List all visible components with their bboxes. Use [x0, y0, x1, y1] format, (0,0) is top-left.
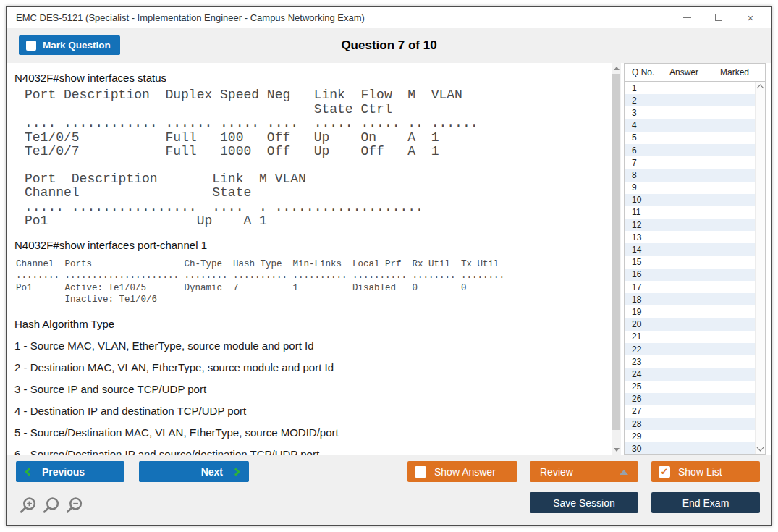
close-icon: × [748, 12, 754, 24]
question-number: 5 [632, 132, 637, 143]
scroll-down-arrow-icon[interactable] [612, 444, 621, 455]
question-number: 22 [632, 345, 641, 355]
show-answer-checkbox[interactable] [415, 466, 426, 478]
close-button[interactable]: × [735, 7, 766, 28]
question-rows: 1234567891011121314151617181920212223242… [625, 82, 755, 454]
next-button[interactable]: Next [139, 461, 249, 482]
question-row[interactable]: 12 [625, 219, 755, 231]
question-number: 16 [632, 269, 641, 279]
question-row[interactable]: 8 [625, 169, 755, 181]
cli-command-2: N4032F#show interfaces port-channel 1 [14, 239, 612, 251]
question-row[interactable]: 17 [625, 281, 755, 293]
port-channel-summary-table: Port Description Link M VLAN Channel Sta… [25, 172, 612, 229]
question-row[interactable]: 4 [625, 119, 755, 132]
question-row[interactable]: 6 [625, 144, 755, 156]
question-row[interactable]: 20 [625, 318, 755, 331]
review-button[interactable]: Review [530, 461, 638, 482]
question-row[interactable]: 10 [625, 194, 755, 206]
interfaces-status-table: Port Description Duplex Speed Neg Link F… [25, 88, 612, 159]
show-list-checkbox[interactable]: ✓ [659, 466, 670, 478]
question-row[interactable]: 16 [625, 269, 755, 281]
previous-button[interactable]: Previous [16, 461, 124, 482]
question-row[interactable]: 27 [625, 405, 755, 418]
question-list-panel: Q No. Answer Marked 12345678910111213141… [624, 63, 766, 455]
column-answer: Answer [669, 67, 698, 77]
mark-question-label: Mark Question [43, 40, 111, 51]
question-row[interactable]: 26 [625, 393, 755, 405]
scroll-up-arrow-icon[interactable] [612, 63, 621, 73]
show-list-button[interactable]: ✓ Show List [651, 461, 760, 482]
scrollbar-thumb[interactable] [612, 74, 620, 430]
question-number: 3 [632, 108, 637, 118]
question-row[interactable]: 2 [625, 94, 755, 106]
question-row[interactable]: 19 [625, 305, 755, 318]
question-row[interactable]: 29 [625, 430, 755, 442]
footer-bar: Previous Next Show Answer Review ✓ Show … [7, 455, 771, 525]
end-exam-button[interactable]: End Exam [651, 492, 760, 513]
mark-question-checkbox[interactable] [26, 41, 36, 51]
port-channel-detail-table: Channel Ports Ch-Type Hash Type Min-Link… [16, 258, 612, 306]
question-number: 24 [632, 369, 641, 379]
question-row[interactable]: 11 [625, 206, 755, 219]
column-qno: Q No. [632, 67, 654, 77]
window-title: EMC DES-5121 (Specialist - Implementatio… [7, 12, 365, 23]
list-scroll-up-icon[interactable] [757, 85, 764, 92]
question-row[interactable]: 24 [625, 368, 755, 380]
question-number: 9 [632, 182, 637, 193]
question-number: 17 [632, 282, 641, 292]
question-row[interactable]: 15 [625, 256, 755, 269]
chevron-left-icon [25, 468, 33, 476]
show-list-label: Show List [678, 466, 722, 478]
question-row[interactable]: 21 [625, 331, 755, 343]
maximize-button[interactable] [703, 7, 735, 28]
title-bar: EMC DES-5121 (Specialist - Implementatio… [7, 7, 771, 28]
zoom-out-icon[interactable] [65, 497, 83, 515]
question-row[interactable]: 7 [625, 156, 755, 169]
zoom-in-icon[interactable] [19, 497, 37, 515]
question-row[interactable]: 23 [625, 355, 755, 368]
hash-type-item: 4 - Destination IP and destination TCP/U… [14, 405, 612, 417]
question-row[interactable]: 5 [625, 132, 755, 144]
zoom-reset-icon[interactable] [42, 497, 60, 515]
question-number: 19 [632, 307, 641, 317]
question-number: 13 [632, 232, 641, 242]
question-row[interactable]: 3 [625, 106, 755, 119]
question-number: 15 [632, 257, 641, 267]
review-label: Review [540, 466, 573, 478]
question-list-scrollbar[interactable] [755, 82, 765, 454]
question-number: 29 [632, 431, 641, 442]
question-number: 8 [632, 170, 637, 180]
maximize-icon [715, 14, 722, 21]
question-row[interactable]: 28 [625, 418, 755, 430]
question-row[interactable]: 9 [625, 182, 755, 194]
question-counter: Question 7 of 10 [7, 38, 771, 53]
question-number: 2 [632, 96, 637, 106]
exam-window: EMC DES-5121 (Specialist - Implementatio… [6, 6, 772, 526]
hash-type-item: 6 - Source/Destination IP and source/des… [14, 449, 612, 455]
question-number: 18 [632, 295, 641, 305]
question-number: 10 [632, 195, 641, 205]
question-content: N4032F#show interfaces status Port Descr… [7, 63, 612, 455]
minimize-button[interactable] [671, 7, 703, 28]
question-row[interactable]: 22 [625, 343, 755, 355]
show-answer-button[interactable]: Show Answer [407, 461, 517, 482]
content-scrollbar[interactable] [612, 63, 621, 455]
chevron-right-icon [232, 468, 240, 476]
hash-type-list: 1 - Source MAC, VLAN, EtherType, source … [14, 340, 612, 455]
hash-algorithm-heading: Hash Algorithm Type [14, 318, 612, 330]
question-number: 25 [632, 381, 641, 392]
question-row[interactable]: 18 [625, 293, 755, 305]
mark-question-button[interactable]: Mark Question [19, 35, 120, 55]
question-row[interactable]: 25 [625, 381, 755, 393]
question-row[interactable]: 30 [625, 442, 755, 454]
hash-type-item: 5 - Source/Destination MAC, VLAN, EtherT… [14, 427, 612, 439]
minimize-icon [683, 17, 691, 18]
list-scroll-down-icon[interactable] [757, 444, 764, 452]
question-row[interactable]: 14 [625, 243, 755, 256]
save-session-button[interactable]: Save Session [530, 492, 638, 513]
window-controls: × [671, 7, 766, 28]
question-row[interactable]: 13 [625, 231, 755, 243]
content-area: N4032F#show interfaces status Port Descr… [7, 63, 771, 455]
question-row[interactable]: 1 [625, 82, 755, 94]
question-number: 14 [632, 245, 641, 255]
